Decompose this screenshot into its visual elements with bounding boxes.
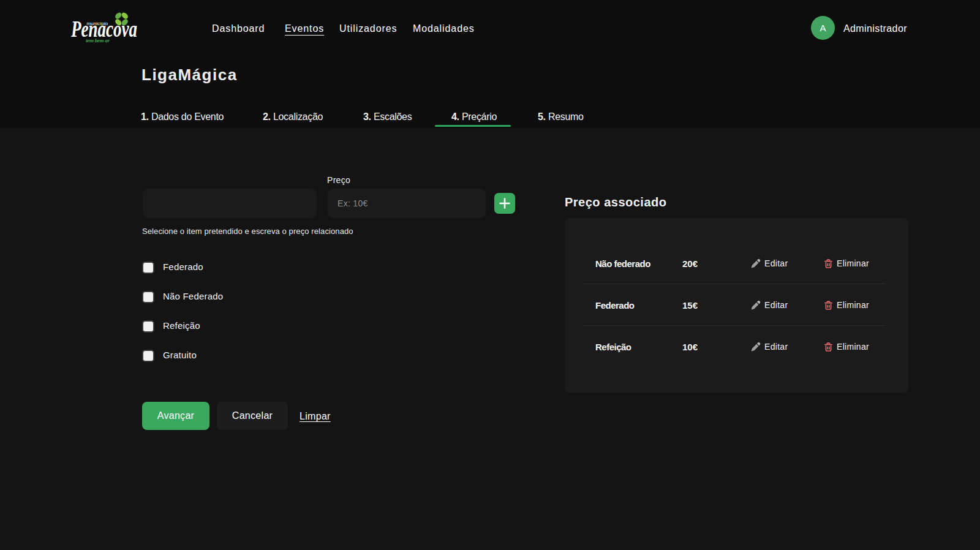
svg-text:tem bem ar: tem bem ar	[86, 37, 110, 43]
